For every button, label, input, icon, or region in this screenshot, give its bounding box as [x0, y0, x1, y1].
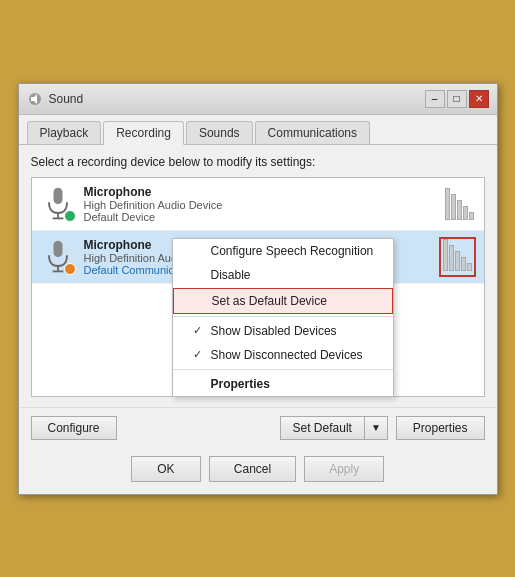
dialog-buttons: OK Cancel Apply [19, 448, 497, 494]
context-label-disable: Disable [211, 268, 251, 282]
context-separator-1 [173, 316, 394, 317]
tabs-row: Playback Recording Sounds Communications [19, 115, 497, 145]
maximize-button[interactable]: □ [447, 90, 467, 108]
tab-sounds[interactable]: Sounds [186, 121, 253, 144]
context-label-show-disabled: Show Disabled Devices [211, 324, 337, 338]
speaker-icon [27, 91, 43, 107]
context-item-show-disconnected[interactable]: ✓ Show Disconnected Devices [173, 343, 394, 367]
minimize-button[interactable]: – [425, 90, 445, 108]
tab-content: Select a recording device below to modif… [19, 145, 497, 407]
set-default-button[interactable]: Set Default [280, 416, 364, 440]
set-default-split: Set Default ▼ [280, 416, 388, 440]
context-menu: Configure Speech Recognition Disable Set… [172, 238, 395, 397]
context-label-properties: Properties [211, 377, 270, 391]
set-default-arrow-button[interactable]: ▼ [364, 416, 388, 440]
tab-recording[interactable]: Recording [103, 121, 184, 145]
context-label-show-disconnected: Show Disconnected Devices [211, 348, 363, 362]
bottom-area: Configure Set Default ▼ Properties [19, 407, 497, 448]
level-bars-2-selected [439, 237, 476, 277]
properties-button[interactable]: Properties [396, 416, 485, 440]
instruction-text: Select a recording device below to modif… [31, 155, 485, 169]
context-label-set-default: Set as Default Device [212, 294, 327, 308]
tab-communications[interactable]: Communications [255, 121, 370, 144]
context-item-set-default[interactable]: Set as Default Device [173, 288, 394, 314]
context-item-disable[interactable]: Disable [173, 263, 394, 287]
context-label-configure-speech: Configure Speech Recognition [211, 244, 374, 258]
context-item-configure-speech[interactable]: Configure Speech Recognition [173, 239, 394, 263]
ok-button[interactable]: OK [131, 456, 201, 482]
tab-playback[interactable]: Playback [27, 121, 102, 144]
context-separator-2 [173, 369, 394, 370]
title-bar: Sound – □ ✕ [19, 84, 497, 115]
device-sub1-1: High Definition Audio Device [84, 199, 435, 211]
bar-2 [451, 194, 456, 220]
device-sub2-1: Default Device [84, 211, 435, 223]
context-item-show-disabled[interactable]: ✓ Show Disabled Devices [173, 319, 394, 343]
device-list: Microphone High Definition Audio Device … [31, 177, 485, 397]
bar-4 [463, 206, 468, 220]
title-bar-left: Sound [27, 91, 84, 107]
sound-window: Sound – □ ✕ Playback Recording Sounds Co… [18, 83, 498, 495]
window-title: Sound [49, 92, 84, 106]
bar-s4 [461, 257, 466, 271]
cancel-button[interactable]: Cancel [209, 456, 296, 482]
context-item-properties[interactable]: Properties [173, 372, 394, 396]
title-controls: – □ ✕ [425, 90, 489, 108]
close-button[interactable]: ✕ [469, 90, 489, 108]
device-info-1: Microphone High Definition Audio Device … [84, 185, 435, 223]
svg-rect-2 [53, 187, 62, 203]
bar-1 [445, 188, 450, 220]
configure-button[interactable]: Configure [31, 416, 117, 440]
check-show-disabled: ✓ [193, 324, 205, 337]
status-dot-2 [64, 263, 76, 275]
bar-s5 [467, 263, 472, 271]
apply-button[interactable]: Apply [304, 456, 384, 482]
bar-5 [469, 212, 474, 220]
bar-s2 [449, 245, 454, 271]
level-bars-1 [443, 184, 476, 224]
device-icon-1 [40, 186, 76, 222]
device-name-1: Microphone [84, 185, 435, 199]
device-item-1[interactable]: Microphone High Definition Audio Device … [32, 178, 484, 231]
status-dot-1 [64, 210, 76, 222]
bar-s1 [443, 239, 448, 271]
check-show-disconnected: ✓ [193, 348, 205, 361]
bar-3 [457, 200, 462, 220]
bar-s3 [455, 251, 460, 271]
svg-rect-5 [53, 240, 62, 256]
device-icon-2 [40, 239, 76, 275]
